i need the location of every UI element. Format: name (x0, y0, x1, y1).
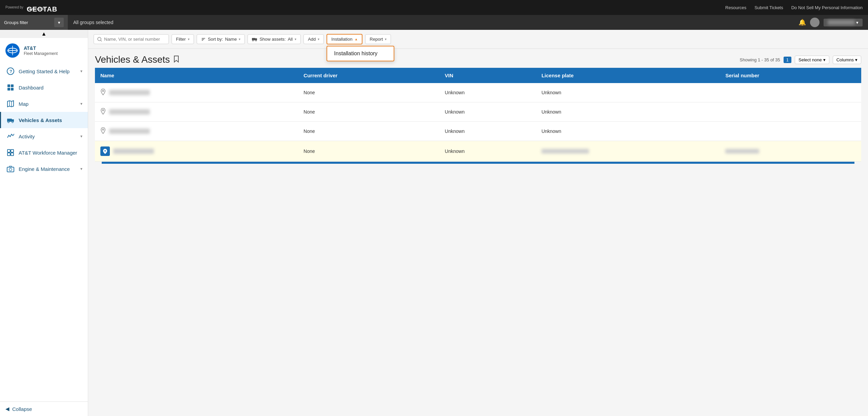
svg-rect-11 (7, 88, 10, 91)
table-row[interactable]: None Unknown Unknown (95, 83, 861, 102)
driver-cell: None (298, 83, 439, 102)
svg-point-37 (102, 129, 104, 130)
serial-blurred (725, 149, 759, 154)
chevron-down-icon: ▾ (80, 166, 82, 171)
toolbar: Filter ▾ Sort by: Name ▾ (88, 30, 868, 49)
location-pin-icon (100, 88, 106, 97)
bookmark-icon[interactable] (173, 55, 179, 64)
search-input[interactable] (104, 37, 165, 42)
secondary-bar: Groups filter ▾ All groups selected 🔔 ▾ (0, 15, 868, 30)
svg-rect-9 (7, 84, 10, 87)
sort-button[interactable]: Sort by: Name ▾ (197, 34, 245, 44)
svg-point-35 (102, 90, 104, 92)
location-pin-icon (100, 108, 106, 116)
svg-marker-13 (7, 101, 14, 107)
vin-cell: Unknown (439, 83, 536, 102)
avatar (810, 18, 820, 27)
chevron-down-icon: ▾ (80, 134, 82, 139)
installation-label: Installation (331, 37, 352, 42)
plate-cell-blurred (536, 141, 720, 162)
select-none-button[interactable]: Select none ▾ (795, 56, 829, 64)
serial-cell (720, 102, 861, 122)
col-serial[interactable]: Serial number (720, 68, 861, 83)
plate-cell: Unknown (536, 122, 720, 141)
all-groups-text: All groups selected (68, 20, 113, 25)
sidebar-item-dashboard[interactable]: Dashboard (0, 79, 88, 96)
location-pin-icon (100, 127, 106, 135)
dashboard-icon (6, 83, 15, 92)
page-indicator[interactable]: 1 (784, 57, 791, 63)
sort-value: Name (225, 37, 237, 42)
table-scroll-indicator (102, 162, 854, 164)
brand-logo (5, 43, 20, 58)
main-layout: ▲ AT&T Fleet Management ? Getting (0, 30, 868, 416)
sidebar-scroll-up[interactable]: ▲ (0, 30, 88, 38)
groups-filter-chevron: ▾ (54, 18, 64, 27)
name-cell (100, 146, 293, 156)
table-row[interactable]: None Unknown (95, 141, 861, 162)
installation-caret-icon: ▲ (354, 37, 358, 41)
svg-point-34 (256, 40, 257, 41)
col-name[interactable]: Name (95, 68, 298, 83)
page-title-row: Vehicles & Assets (95, 54, 179, 65)
columns-label: Columns (836, 57, 854, 62)
svg-text:?: ? (9, 69, 12, 74)
user-menu-chevron: ▾ (856, 20, 859, 25)
sidebar-item-label-getting-started: Getting Started & Help (19, 68, 70, 74)
truck-icon (6, 116, 15, 124)
powered-by-text: Powered by (5, 5, 23, 9)
sidebar-item-att-workforce[interactable]: AT&T Workforce Manager (0, 144, 88, 161)
driver-cell: None (298, 102, 439, 122)
submit-tickets-link[interactable]: Submit Tickets (754, 5, 783, 10)
svg-text:GEOTAB: GEOTAB (27, 5, 57, 12)
notification-bell-icon[interactable]: 🔔 (798, 19, 806, 26)
svg-point-18 (8, 121, 9, 123)
groups-filter-button[interactable]: Groups filter ▾ (0, 15, 68, 30)
installation-history-item[interactable]: Installation history (327, 46, 394, 61)
col-driver[interactable]: Current driver (298, 68, 439, 83)
sidebar-item-map[interactable]: Map ▾ (0, 96, 88, 112)
collapse-button[interactable]: ◀ Collapse (0, 401, 88, 416)
sort-icon (201, 37, 206, 42)
table-row[interactable]: None Unknown Unknown (95, 102, 861, 122)
svg-rect-20 (7, 150, 10, 152)
installation-button[interactable]: Installation ▲ (327, 34, 362, 44)
sidebar-brand: AT&T Fleet Management (0, 38, 88, 60)
main-content: Filter ▾ Sort by: Name ▾ (88, 30, 868, 416)
do-not-sell-link[interactable]: Do Not Sell My Personal Information (791, 5, 863, 10)
sidebar-item-label-activity: Activity (19, 134, 35, 139)
vin-cell: Unknown (439, 141, 536, 162)
show-assets-value: All (288, 37, 293, 42)
sidebar-item-vehicles-assets[interactable]: Vehicles & Assets (0, 112, 88, 128)
sidebar-item-label-map: Map (19, 101, 28, 107)
serial-cell (720, 122, 861, 141)
top-navigation: Powered by Powered by GEOTAB GEOTAB Reso… (0, 0, 868, 15)
sidebar-item-getting-started[interactable]: ? Getting Started & Help ▾ (0, 63, 88, 79)
driver-cell: None (298, 141, 439, 162)
table-row[interactable]: None Unknown Unknown (95, 122, 861, 141)
plate-cell: Unknown (536, 83, 720, 102)
svg-point-38 (104, 150, 106, 152)
sidebar-item-activity[interactable]: Activity ▾ (0, 128, 88, 144)
col-vin[interactable]: VIN (439, 68, 536, 83)
add-label: Add (308, 37, 316, 42)
columns-button[interactable]: Columns ▾ (833, 56, 861, 64)
sidebar-navigation: ? Getting Started & Help ▾ Dashboard Map… (0, 60, 88, 180)
user-menu-button[interactable]: ▾ (824, 19, 863, 26)
filter-button[interactable]: Filter ▾ (172, 34, 194, 44)
svg-rect-21 (11, 150, 14, 152)
resources-link[interactable]: Resources (725, 5, 746, 10)
show-assets-button[interactable]: Show assets: All ▾ (248, 34, 301, 44)
name-cell (100, 88, 293, 97)
sidebar-item-engine-maintenance[interactable]: Engine & Maintenance ▾ (0, 161, 88, 177)
search-box[interactable] (94, 34, 169, 44)
sidebar-item-label-engine: Engine & Maintenance (19, 166, 70, 172)
add-button[interactable]: Add ▾ (303, 34, 324, 44)
report-button[interactable]: Report ▾ (365, 34, 391, 44)
col-plate[interactable]: License plate (536, 68, 720, 83)
sidebar-item-label-vehicles: Vehicles & Assets (19, 117, 62, 123)
filter-caret-icon: ▾ (188, 37, 190, 41)
select-none-caret-icon: ▾ (823, 57, 826, 62)
user-name-text (828, 20, 855, 25)
vehicle-name-blurred (109, 128, 150, 134)
